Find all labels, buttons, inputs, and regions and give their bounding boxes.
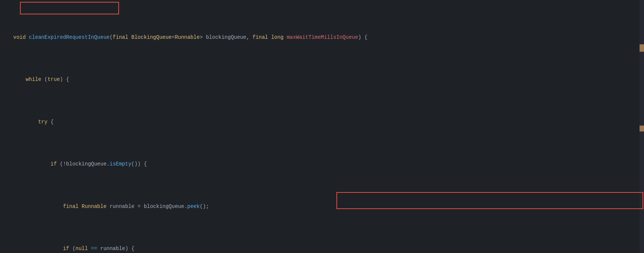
code-line-6: if (null == runnable) { (0, 245, 644, 253)
line-content-5: final Runnable runnable = blockingQueue.… (13, 202, 209, 211)
scrollbar-thumb-bottom[interactable] (640, 126, 644, 131)
code-line-3: try { (0, 118, 644, 127)
line-content-1: void cleanExpiredRequestInQueue(final Bl… (13, 33, 367, 41)
code-line-1: void cleanExpiredRequestInQueue(final Bl… (0, 33, 644, 42)
scrollbar-thumb-top[interactable] (640, 44, 644, 52)
line-content-4: if (!blockingQueue.isEmpty()) { (13, 160, 147, 168)
code-line-4: if (!blockingQueue.isEmpty()) { (0, 160, 644, 169)
scrollbar-right[interactable] (640, 0, 644, 253)
line-content-6: if (null == runnable) { (13, 245, 135, 253)
code-content: void cleanExpiredRequestInQueue(final Bl… (0, 0, 644, 253)
line-content-2: while (true) { (13, 75, 69, 83)
code-line-2: while (true) { (0, 75, 644, 85)
code-editor: void cleanExpiredRequestInQueue(final Bl… (0, 0, 644, 253)
code-line-5: final Runnable runnable = blockingQueue.… (0, 202, 644, 212)
line-content-3: try { (13, 118, 54, 126)
